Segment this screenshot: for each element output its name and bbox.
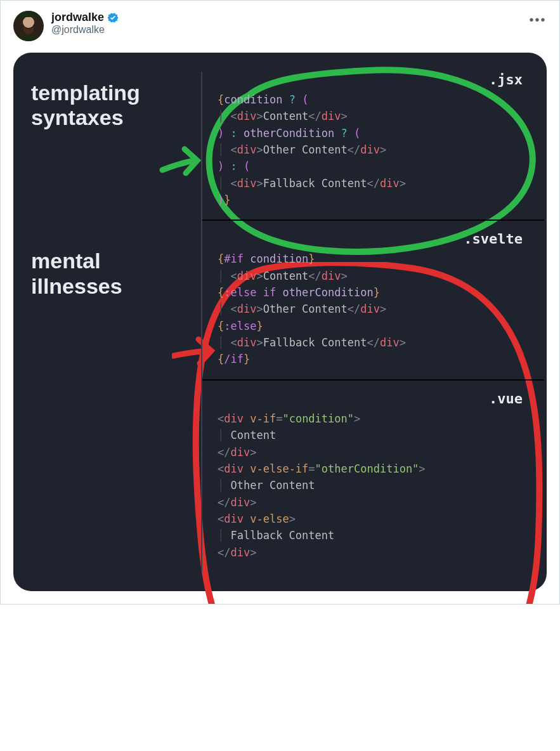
lang-vue: .vue xyxy=(218,391,529,407)
tweet-container: jordwalke @jordwalke ••• xyxy=(1,1,559,604)
avatar[interactable] xyxy=(13,11,44,41)
label-mental: mental illnesses xyxy=(31,249,196,298)
code-col-top: .jsx {condition ? (│ <div>Content</div>)… xyxy=(201,72,529,231)
code-svelte: {#if condition}│ <div>Content</div>{:els… xyxy=(218,251,529,367)
display-name-row: jordwalke xyxy=(51,11,119,24)
left-col: templating syntaxes xyxy=(31,72,196,231)
svg-rect-3 xyxy=(13,35,44,41)
ellipsis-icon: ••• xyxy=(529,13,546,27)
code-vue: <div v-if="condition">│ Content</div><di… xyxy=(218,410,529,561)
lang-svelte: .svelte xyxy=(218,231,529,247)
svg-rect-2 xyxy=(13,11,44,17)
section-divider-2 xyxy=(202,379,544,381)
svg-point-1 xyxy=(23,16,34,28)
lang-jsx: .jsx xyxy=(218,72,529,88)
verified-icon xyxy=(107,11,119,24)
label-templating: templating syntaxes xyxy=(31,81,196,130)
card-grid: templating syntaxes .jsx {condition ? (│… xyxy=(31,72,529,572)
author-handle[interactable]: @jordwalke xyxy=(51,24,119,36)
code-jsx: {condition ? (│ <div>Content</div>) : ot… xyxy=(218,91,529,208)
code-comparison-card: templating syntaxes .jsx {condition ? (│… xyxy=(13,53,547,591)
section-divider-1 xyxy=(202,219,544,221)
code-col-bottom: .svelte {#if condition}│ <div>Content</d… xyxy=(201,231,529,572)
left-col-2: mental illnesses xyxy=(31,231,196,572)
author-names: jordwalke @jordwalke xyxy=(51,11,119,36)
avatar-image xyxy=(13,11,44,41)
tweet-header: jordwalke @jordwalke ••• xyxy=(13,11,547,41)
display-name[interactable]: jordwalke xyxy=(51,11,104,24)
more-button[interactable]: ••• xyxy=(529,11,547,29)
